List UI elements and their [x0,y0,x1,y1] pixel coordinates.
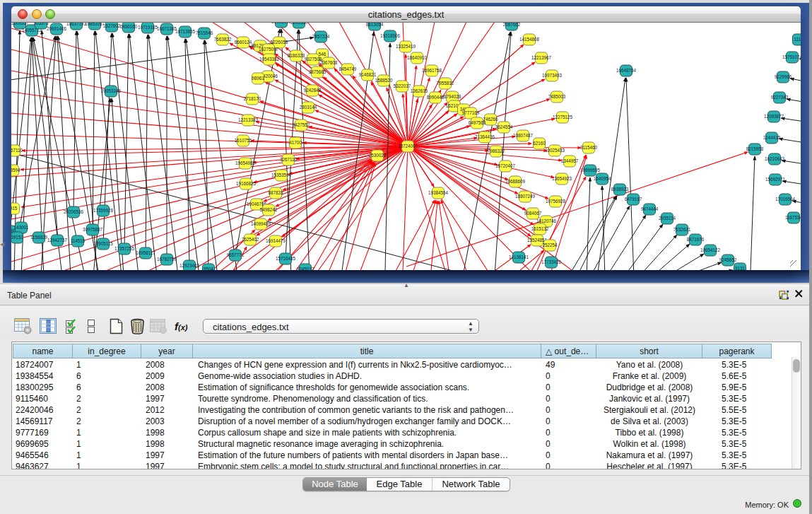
svg-text:5226058: 5226058 [271,40,288,45]
svg-text:3267110: 3267110 [280,157,298,162]
svg-text:1244415: 1244415 [763,135,781,140]
svg-text:12275125: 12275125 [553,115,573,119]
svg-text:9131: 9131 [735,266,746,270]
svg-text:1344957: 1344957 [561,158,579,163]
svg-text:6794028: 6794028 [444,94,461,99]
svg-text:9474444: 9474444 [641,206,659,211]
svg-text:13325419: 13325419 [396,44,416,49]
svg-text:7625402: 7625402 [242,237,259,242]
svg-text:143001: 143001 [13,225,29,230]
svg-text:16782759: 16782759 [157,257,177,262]
svg-text:9242848: 9242848 [304,88,322,93]
svg-text:18637193: 18637193 [66,23,87,26]
svg-text:7955812: 7955812 [437,81,454,86]
svg-text:16275097: 16275097 [259,47,279,52]
svg-text:17359928: 17359928 [93,208,114,213]
svg-text:3875685: 3875685 [309,69,326,74]
svg-text:19654985: 19654985 [235,160,256,165]
svg-text:15353594: 15353594 [271,173,292,177]
svg-text:16648784: 16648784 [616,68,637,73]
svg-text:8990448: 8990448 [427,95,445,100]
svg-text:1156829: 1156829 [30,235,48,240]
svg-text:16961758: 16961758 [422,68,442,73]
svg-text:12923465: 12923465 [180,263,200,268]
svg-text:19166825: 19166825 [236,181,257,186]
svg-text:8813054: 8813054 [366,23,384,27]
svg-text:12213967: 12213967 [531,55,552,60]
svg-text:2530023: 2530023 [369,153,387,158]
svg-text:8471676: 8471676 [687,237,705,242]
svg-text:6479197: 6479197 [625,197,642,201]
svg-text:14136141: 14136141 [509,255,529,259]
svg-text:98961: 98961 [252,76,264,81]
svg-text:1609557: 1609557 [11,23,29,25]
svg-text:153594: 153594 [11,168,20,173]
svg-text:20053346: 20053346 [101,88,122,93]
svg-text:2803144: 2803144 [300,105,317,110]
svg-text:19218506: 19218506 [380,33,401,38]
svg-text:7632621: 7632621 [673,227,691,232]
svg-text:30975887: 30975887 [83,227,103,232]
svg-text:7857224: 7857224 [312,34,330,39]
svg-text:9084067: 9084067 [524,211,542,216]
svg-text:12942737: 12942737 [47,238,68,243]
svg-text:915: 915 [11,206,18,211]
svg-text:12093877: 12093877 [764,114,784,119]
svg-text:17357255: 17357255 [114,246,135,251]
svg-text:7986322: 7986322 [488,148,505,153]
svg-text:8186328: 8186328 [288,53,305,58]
svg-text:2935114: 2935114 [659,216,676,221]
svg-text:9657771: 9657771 [227,252,245,257]
svg-text:8504: 8504 [204,267,214,270]
svg-text:1362615: 1362615 [411,88,428,93]
svg-text:8660124: 8660124 [235,40,252,45]
svg-text:16033809: 16033809 [271,23,292,24]
svg-text:10699695: 10699695 [580,168,601,173]
svg-text:1603380: 1603380 [290,23,308,25]
svg-text:16210643: 16210643 [765,156,785,161]
svg-text:16671385: 16671385 [157,26,177,31]
svg-text:114519: 114519 [71,238,86,243]
svg-text:18807249: 18807249 [515,194,536,199]
svg-text:10543382: 10543382 [259,57,280,62]
svg-text:10973493: 10973493 [542,73,563,78]
svg-text:6466160: 6466160 [120,24,138,29]
svg-text:5322037: 5322037 [394,83,411,88]
svg-text:5498242: 5498242 [260,207,278,212]
svg-text:16914479: 16914479 [266,238,286,243]
svg-text:8938923: 8938923 [611,187,629,192]
svg-text:39151: 39151 [11,235,23,240]
svg-text:887833: 887833 [268,190,283,195]
svg-text:41700: 41700 [289,140,302,145]
svg-text:6497568: 6497568 [469,120,486,125]
svg-text:9146821: 9146821 [359,72,377,77]
svg-text:20691406: 20691406 [47,26,67,31]
svg-text:10654122: 10654122 [700,247,721,252]
svg-text:15692971: 15692971 [765,177,786,182]
svg-text:2718170: 2718170 [244,96,261,101]
svg-text:252254: 252254 [542,243,558,247]
svg-text:21364436: 21364436 [475,134,495,139]
svg-text:7485003: 7485003 [548,94,566,99]
svg-text:15720407: 15720407 [495,163,516,168]
svg-text:9115460: 9115460 [580,145,598,150]
svg-text:9245652: 9245652 [719,257,737,262]
svg-text:1117: 1117 [794,37,801,42]
svg-text:20206536: 20206536 [64,209,84,214]
svg-text:3267110: 3267110 [11,148,23,153]
svg-text:10756928: 10756928 [546,199,566,204]
svg-text:15716485: 15716485 [276,256,296,261]
svg-text:9777169: 9777169 [462,110,480,115]
svg-text:13654923: 13654923 [552,176,572,181]
svg-text:9427552: 9427552 [293,122,310,127]
svg-text:8215958: 8215958 [746,146,764,151]
svg-text:905573: 905573 [33,23,49,25]
svg-text:8454749: 8454749 [339,66,357,71]
svg-text:2087662: 2087662 [503,23,521,27]
svg-text:10025433: 10025433 [545,148,565,153]
svg-text:14099489: 14099489 [251,221,271,226]
svg-text:10958117: 10958117 [136,250,155,255]
svg-text:1640954: 1640954 [594,176,611,181]
svg-text:9129966: 9129966 [775,74,792,79]
svg-text:15751074: 15751074 [782,54,801,59]
